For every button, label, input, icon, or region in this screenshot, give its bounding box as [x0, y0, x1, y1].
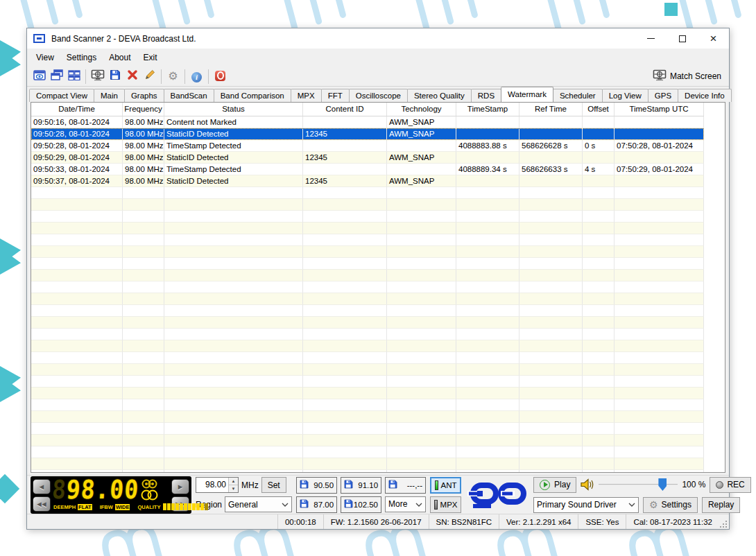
cascade-windows-button[interactable] — [48, 68, 65, 85]
cell-date-time: 09:50:28, 08-01-2024 — [31, 140, 123, 152]
menu-item-about[interactable]: About — [103, 50, 137, 65]
cell-content-id: 12345 — [303, 175, 387, 187]
close-button[interactable]: × — [698, 28, 729, 49]
tune-up-button[interactable]: ► — [171, 479, 189, 494]
cell-technology — [387, 305, 456, 317]
column-header-content-id[interactable]: Content ID — [303, 103, 387, 116]
tab-main[interactable]: Main — [94, 89, 125, 102]
column-header-technology[interactable]: Technology — [387, 103, 456, 116]
column-header-timestamp[interactable]: TimeStamp — [456, 103, 519, 116]
power-button[interactable] — [212, 68, 229, 85]
table-row[interactable]: 09:50:33, 08-01-202498.00 MHzTimeStamp D… — [31, 164, 704, 175]
tab-gps[interactable]: GPS — [648, 89, 678, 102]
tab-log-view[interactable]: Log View — [602, 89, 648, 102]
frequency-input[interactable]: 98.00 — [196, 478, 228, 492]
audio-group: Play 100 % REC Primary Sound Dri — [533, 476, 751, 513]
close-icon: × — [710, 33, 717, 44]
sound-driver-select[interactable]: Primary Sound Driver — [533, 497, 639, 513]
tab-bandscan[interactable]: BandScan — [164, 89, 214, 102]
column-header-offset[interactable]: Offset — [583, 103, 615, 116]
quality-segment — [171, 503, 175, 510]
lcd-frequency-readout: 898.00 — [52, 476, 171, 504]
replay-button[interactable]: Replay — [702, 497, 740, 513]
cell-technology — [387, 270, 456, 281]
cell-content-id — [303, 187, 387, 199]
cell-ref-time — [519, 340, 583, 352]
mpx-button[interactable]: MPX — [430, 496, 461, 513]
tab-fft[interactable]: FFT — [321, 89, 350, 102]
resize-grip-icon[interactable] — [719, 520, 728, 528]
seek-down-button[interactable]: ◄◄ — [33, 496, 51, 512]
tab-band-comparison[interactable]: Band Comparison — [214, 89, 291, 102]
menu-item-exit[interactable]: Exit — [137, 50, 164, 65]
lcd-quality-bar — [163, 503, 208, 510]
minimize-button[interactable] — [635, 28, 667, 49]
delete-button[interactable] — [123, 68, 141, 85]
tab-mpx[interactable]: MPX — [291, 89, 322, 102]
preset-button-9050[interactable]: 90.50 — [296, 477, 337, 494]
table-row[interactable]: 09:50:37, 08-01-202498.00 MHzStaticID De… — [31, 175, 704, 187]
column-header-status[interactable]: Status — [164, 103, 303, 116]
frequency-spinner[interactable]: 98.00 ▲ ▼ — [196, 477, 239, 493]
preset-button-8700[interactable]: 87.00 — [296, 496, 337, 513]
region-select[interactable]: General — [225, 496, 292, 512]
table-body: 09:50:16, 08-01-202498.00 MHzContent not… — [31, 116, 725, 473]
tab-scheduler[interactable]: Scheduler — [553, 89, 603, 102]
menu-item-settings[interactable]: Settings — [60, 50, 103, 65]
status-item-5: Cal: 08-17-2023 11:32 — [626, 514, 719, 529]
tab-watermark[interactable]: Watermark — [501, 87, 553, 102]
match-screen-button[interactable]: Match Screen — [648, 68, 725, 85]
menu-item-view[interactable]: View — [30, 50, 60, 65]
column-header-date-time[interactable]: Date/Time — [31, 103, 123, 116]
cell-technology: AWM_SNAP — [387, 175, 456, 187]
volume-slider[interactable] — [599, 478, 678, 492]
cell-timestamp — [456, 329, 519, 340]
table-filler-row — [31, 388, 704, 399]
preview-window-button[interactable] — [31, 68, 48, 85]
tile-windows-button[interactable] — [65, 68, 83, 85]
column-header-ref-time[interactable]: Ref Time — [519, 103, 583, 116]
tab-graphs[interactable]: Graphs — [124, 89, 164, 102]
table-row[interactable]: 09:50:28, 08-01-202498.00 MHzStaticID De… — [31, 128, 704, 140]
tab-compact-view[interactable]: Compact View — [29, 89, 94, 102]
settings-gear-button[interactable]: ⚙ — [164, 68, 182, 85]
preset-button-9110[interactable]: 91.10 — [341, 477, 381, 494]
cell-frequency — [123, 388, 164, 399]
info-button[interactable]: i — [188, 68, 205, 85]
tab-stereo-quality[interactable]: Stereo Quality — [407, 89, 472, 102]
tab-device-info[interactable]: Device Info — [678, 89, 732, 102]
settings-button[interactable]: ⚙ Settings — [643, 497, 698, 513]
ant-button[interactable]: ANT — [430, 477, 461, 494]
table-row[interactable]: 09:50:29, 08-01-202498.00 MHzStaticID De… — [31, 152, 704, 164]
tab-oscilloscope[interactable]: Oscilloscope — [349, 89, 408, 102]
rec-button[interactable]: REC — [710, 477, 750, 493]
speaker-icon[interactable] — [581, 478, 594, 491]
match-screen-button[interactable] — [89, 68, 106, 85]
edit-button[interactable] — [141, 68, 158, 85]
volume-thumb[interactable] — [658, 478, 667, 491]
tab-rds[interactable]: RDS — [471, 89, 501, 102]
set-button[interactable]: Set — [261, 477, 286, 493]
cell-timestamp-utc — [615, 175, 704, 187]
cell-offset — [583, 458, 615, 470]
preset-button-[interactable]: ---,-- — [385, 477, 426, 494]
spin-down-icon[interactable]: ▼ — [229, 485, 238, 492]
watermark-table-panel: Date/TimeFrequencyStatusContent IDTechno… — [31, 102, 725, 473]
save-button[interactable] — [106, 68, 123, 85]
table-row[interactable]: 09:50:16, 08-01-202498.00 MHzContent not… — [31, 116, 704, 128]
table-filler-row — [31, 211, 704, 223]
play-button[interactable]: Play — [533, 477, 576, 493]
preset-button-10250[interactable]: 102.50 — [341, 496, 381, 513]
sound-driver-value: Primary Sound Driver — [537, 500, 617, 510]
column-header-frequency[interactable]: Frequency — [123, 103, 164, 116]
maximize-button[interactable] — [667, 28, 698, 49]
more-presets-select[interactable]: More — [385, 496, 426, 512]
spin-up-icon[interactable]: ▲ — [229, 478, 238, 485]
volume-percent: 100 % — [682, 480, 705, 489]
tune-down-button[interactable]: ◄ — [33, 479, 51, 494]
cell-status — [164, 470, 303, 473]
table-row[interactable]: 09:50:28, 08-01-202498.00 MHzTimeStamp D… — [31, 140, 704, 152]
column-header-timestamp-utc[interactable]: TimeStamp UTC — [615, 103, 704, 116]
app-window-icon — [33, 34, 45, 43]
cell-timestamp — [456, 317, 519, 329]
